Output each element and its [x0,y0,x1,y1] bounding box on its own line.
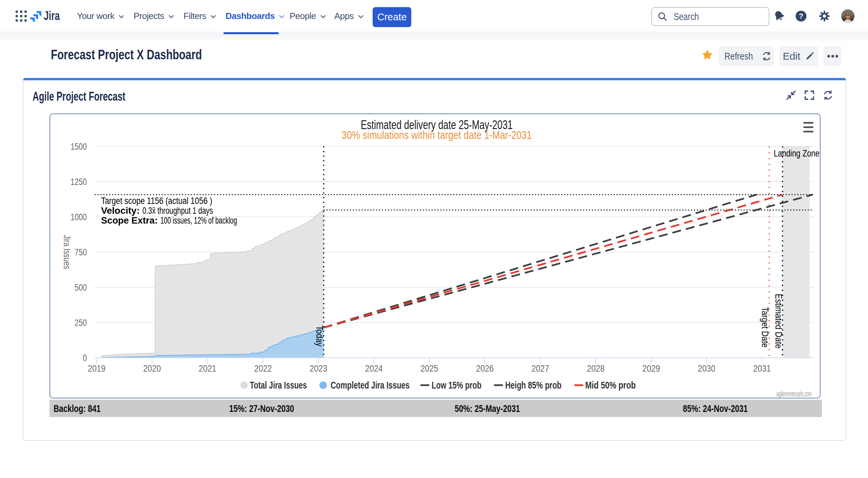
svg-text:0: 0 [83,353,87,363]
svg-text:Total Jira Issues: Total Jira Issues [250,379,307,391]
svg-text:?: ? [799,12,803,20]
svg-text:2024: 2024 [365,363,383,374]
svg-text:2023: 2023 [310,363,327,374]
svg-text:Completed Jira Issues: Completed Jira Issues [331,379,410,391]
svg-text:2021: 2021 [199,363,216,374]
svg-text:Scope Extra:: Scope Extra: [101,215,158,226]
svg-text:1250: 1250 [71,177,87,187]
svg-text:2030: 2030 [698,363,715,374]
svg-text:Today: Today [314,326,324,347]
svg-text:2031: 2031 [753,363,771,374]
svg-text:2026: 2026 [476,363,494,374]
svg-text:Estimated Date: Estimated Date [773,294,784,349]
svg-text:Velocity:: Velocity: [101,206,140,216]
svg-text:1000: 1000 [71,212,87,222]
svg-text:100 issues, 12% of backlog: 100 issues, 12% of backlog [160,215,237,226]
svg-text:30% simulations within target: 30% simulations within target date 1-Mar… [342,128,532,141]
svg-text:0.3x̄ throughput 1 days: 0.3x̄ throughput 1 days [142,206,213,216]
svg-text:2019: 2019 [88,363,105,374]
svg-text:agilemontecarlo.com: agilemontecarlo.com [776,390,812,398]
svg-text:Landing Zone: Landing Zone [774,148,820,159]
svg-text:500: 500 [75,283,87,293]
svg-text:Heigh 85% prob: Heigh 85% prob [505,379,561,391]
svg-text:Mid 50% prob: Mid 50% prob [585,379,636,391]
svg-text:750: 750 [75,247,87,257]
svg-text:250: 250 [75,318,87,328]
svg-text:2029: 2029 [643,363,660,374]
svg-text:Target scope 1156 (actual 1056: Target scope 1156 (actual 1056 ) [101,196,212,206]
svg-text:2022: 2022 [254,363,272,374]
svg-text:1500: 1500 [71,142,87,152]
svg-text:Target Date: Target Date [760,307,770,348]
svg-text:Jira Issues: Jira Issues [62,235,72,269]
svg-text:Low 15% prob: Low 15% prob [432,379,481,391]
svg-text:2027: 2027 [531,363,549,374]
svg-text:2028: 2028 [587,363,605,374]
svg-text:2025: 2025 [420,363,438,374]
svg-text:2020: 2020 [143,363,161,374]
